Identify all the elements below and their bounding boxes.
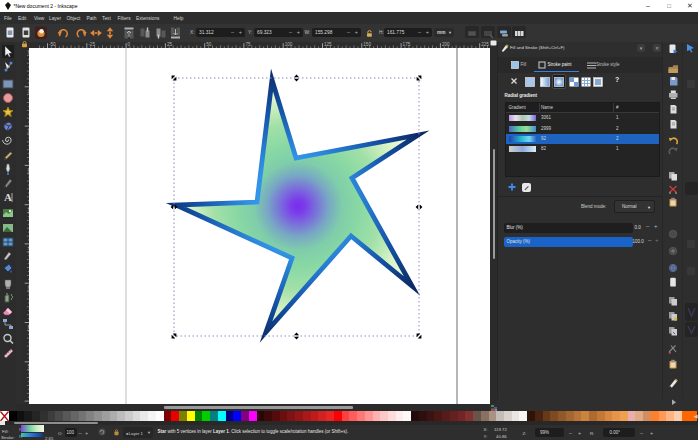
svg-text:0: 0 [128, 42, 131, 47]
svg-text:25: 25 [167, 42, 173, 47]
svg-text:175: 175 [403, 42, 411, 47]
svg-text:100: 100 [285, 42, 293, 47]
svg-text:-50: -50 [49, 42, 56, 47]
svg-text:50: 50 [206, 42, 212, 47]
svg-text:150: 150 [363, 42, 371, 47]
svg-text:225: 225 [481, 42, 489, 47]
svg-text:A: A [4, 191, 12, 203]
svg-text:200: 200 [442, 42, 450, 47]
svg-text:125: 125 [324, 42, 332, 47]
svg-text:75: 75 [245, 42, 251, 47]
svg-text:-25: -25 [88, 42, 95, 47]
